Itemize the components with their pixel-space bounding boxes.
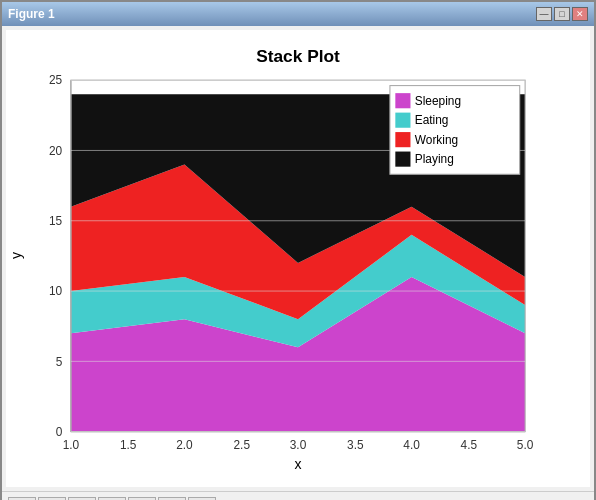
- x-axis-label: x: [294, 456, 301, 472]
- svg-text:2.0: 2.0: [176, 438, 193, 452]
- svg-text:25: 25: [49, 73, 63, 87]
- svg-rect-27: [395, 113, 410, 128]
- svg-text:3.0: 3.0: [290, 438, 307, 452]
- close-button[interactable]: ✕: [572, 7, 588, 21]
- svg-text:5: 5: [56, 355, 63, 369]
- chart-container: Stack Plot: [6, 30, 590, 487]
- window-controls: — □ ✕: [536, 7, 588, 21]
- toolbar: 🏠 ← → ✛ 🔍 ≡ 💾 x=0.906452 y=16.4455: [2, 491, 594, 500]
- y-axis-label: y: [8, 252, 24, 259]
- svg-text:20: 20: [49, 144, 63, 158]
- svg-text:4.5: 4.5: [461, 438, 478, 452]
- svg-text:2.5: 2.5: [234, 438, 251, 452]
- svg-text:3.5: 3.5: [347, 438, 364, 452]
- legend-working: Working: [415, 133, 458, 147]
- svg-rect-26: [395, 93, 410, 108]
- window-title: Figure 1: [8, 7, 55, 21]
- svg-text:1.0: 1.0: [63, 438, 80, 452]
- svg-text:5.0: 5.0: [517, 438, 534, 452]
- maximize-button[interactable]: □: [554, 7, 570, 21]
- svg-rect-29: [395, 152, 410, 167]
- legend-sleeping: Sleeping: [415, 94, 461, 108]
- legend-playing: Playing: [415, 152, 454, 166]
- minimize-button[interactable]: —: [536, 7, 552, 21]
- svg-text:1.5: 1.5: [120, 438, 137, 452]
- stack-plot-svg: Stack Plot: [6, 30, 590, 487]
- title-bar: Figure 1 — □ ✕: [2, 2, 594, 26]
- svg-text:0: 0: [56, 425, 63, 439]
- plot-area: Stack Plot: [6, 30, 590, 487]
- svg-text:15: 15: [49, 214, 63, 228]
- svg-text:4.0: 4.0: [403, 438, 420, 452]
- main-window: Figure 1 — □ ✕ Stack Plot: [0, 0, 596, 500]
- svg-text:10: 10: [49, 284, 63, 298]
- svg-rect-28: [395, 132, 410, 147]
- legend-eating: Eating: [415, 114, 449, 128]
- x-ticks: 1.0 1.5 2.0 2.5 3.0 3.5 4.0 4.5 5.0: [63, 438, 534, 452]
- chart-title: Stack Plot: [256, 46, 340, 66]
